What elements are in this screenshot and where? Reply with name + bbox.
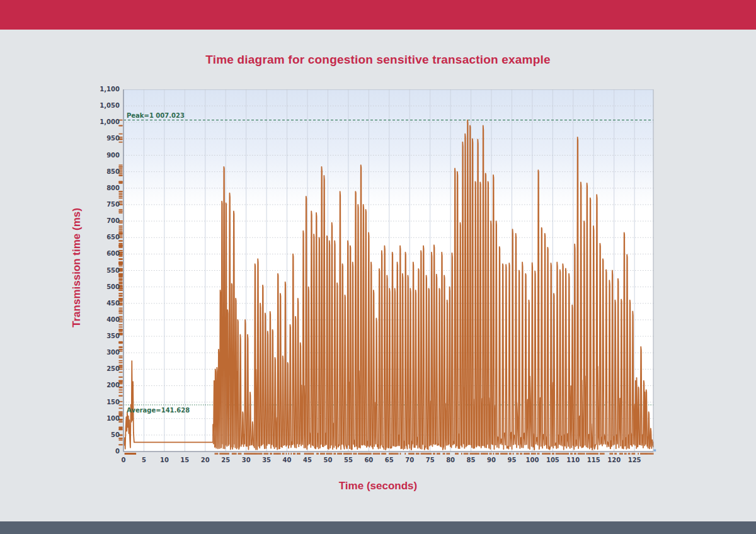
y-tick-label: 700 <box>83 217 120 225</box>
y-axis-title: Transmission time (ms) <box>71 208 83 327</box>
y-tick-label: 0 <box>83 448 120 455</box>
y-tick-label: 450 <box>83 300 120 307</box>
y-tick-label: 1,000 <box>83 118 120 126</box>
y-tick-label: 550 <box>83 267 120 275</box>
y-tick-label: 300 <box>83 349 120 356</box>
average-annotation: Average=141.628 <box>127 407 190 414</box>
y-tick-label: 100 <box>83 415 120 423</box>
y-tick-label: 800 <box>83 185 120 192</box>
y-tick-label: 600 <box>83 250 120 258</box>
bottom-accent-bar <box>0 521 756 534</box>
chart-title: Time diagram for congestion sensitive tr… <box>0 53 756 67</box>
time-series-plot <box>117 89 656 457</box>
x-tick-label: 125 <box>622 457 647 464</box>
data-end-marker <box>654 450 656 452</box>
y-tick-label: 650 <box>83 234 120 241</box>
y-tick-label: 150 <box>83 399 120 406</box>
y-tick-label: 950 <box>83 135 120 142</box>
y-tick-label: 500 <box>83 283 120 291</box>
y-tick-label: 250 <box>83 365 120 373</box>
y-tick-label: 1,100 <box>83 86 120 93</box>
y-tick-label: 1,050 <box>83 102 120 110</box>
y-tick-label: 50 <box>83 431 120 439</box>
y-tick-label: 900 <box>83 152 120 159</box>
y-tick-label: 200 <box>83 382 120 389</box>
y-tick-label: 400 <box>83 316 120 324</box>
top-accent-bar <box>0 0 756 30</box>
x-axis-title: Time (seconds) <box>0 480 756 492</box>
y-tick-label: 850 <box>83 168 120 176</box>
peak-annotation: Peak=1 007.023 <box>127 112 185 119</box>
y-tick-label: 750 <box>83 201 120 208</box>
y-tick-label: 350 <box>83 332 120 340</box>
